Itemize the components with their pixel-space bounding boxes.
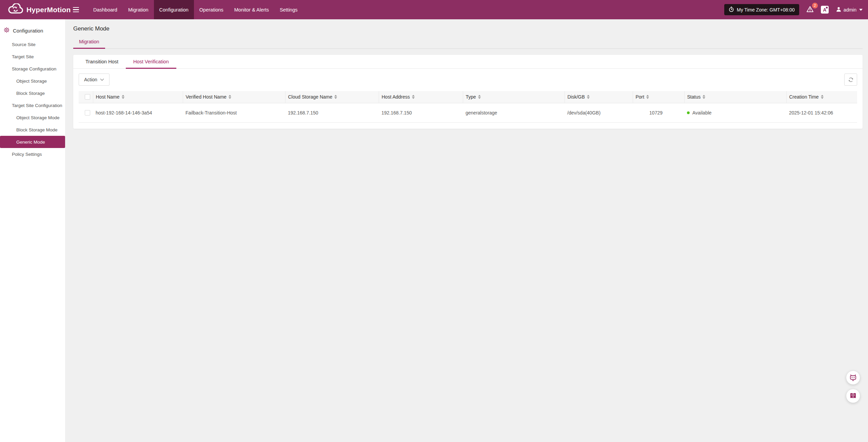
chevron-down-icon	[100, 78, 104, 81]
column-label: Status	[687, 94, 701, 100]
nav-dashboard[interactable]: Dashboard	[88, 0, 123, 19]
gear-icon	[3, 27, 10, 34]
sidebar-item-object-storage-mode[interactable]: Object Storage Mode	[0, 111, 65, 124]
column-label: Type	[466, 94, 476, 100]
username-label: admin	[844, 7, 856, 13]
notification-badge: 2	[812, 3, 818, 8]
column-header-disk-gb[interactable]: Disk/GB	[565, 91, 633, 103]
nav-settings[interactable]: Settings	[274, 0, 303, 19]
sidebar-item-object-storage[interactable]: Object Storage	[0, 75, 65, 87]
sidebar-item-block-storage[interactable]: Block Storage	[0, 87, 65, 99]
topbar-right: My Time Zone: GMT+08:00 2 A admin	[724, 0, 868, 19]
sort-icon[interactable]	[478, 95, 481, 99]
cell-disk-gb: /dev/sda(40GB)	[565, 103, 633, 122]
sidebar-header-label: Configuration	[13, 28, 43, 34]
brand: HyperMotion	[0, 0, 70, 19]
host-table: Host Name Verified Host Name Cloud Stora…	[79, 91, 857, 123]
sidebar-item-source-site[interactable]: Source Site	[0, 38, 65, 50]
host-card: Transition Host Host Verification Action	[73, 55, 863, 129]
cloud-logo-icon	[7, 3, 23, 16]
cell-host-address: 192.168.7.150	[379, 103, 463, 122]
column-label: Cloud Storage Name	[288, 94, 333, 100]
card-tabs: Transition Host Host Verification	[73, 55, 863, 69]
table-row: host-192-168-14-146-3a54 Failback-Transi…	[79, 103, 857, 122]
refresh-button[interactable]	[844, 73, 857, 86]
sort-icon[interactable]	[646, 95, 649, 99]
clock-icon	[729, 6, 734, 13]
user-menu[interactable]: admin	[836, 6, 863, 13]
refresh-icon	[848, 77, 854, 83]
column-header-host-address[interactable]: Host Address	[379, 91, 463, 103]
column-header-type[interactable]: Type	[463, 91, 565, 103]
sidebar: Configuration Source Site Target Site St…	[0, 19, 65, 442]
column-label: Host Address	[382, 94, 410, 100]
nav-monitor-alerts[interactable]: Monitor & Alerts	[229, 0, 274, 19]
row-checkbox-cell	[79, 103, 93, 122]
row-checkbox[interactable]	[85, 110, 90, 115]
sort-icon[interactable]	[412, 95, 415, 99]
toolbar: Action	[73, 69, 863, 91]
hamburger-menu-icon[interactable]	[70, 0, 82, 19]
floating-buttons	[846, 371, 860, 403]
column-header-status[interactable]: Status	[684, 91, 786, 103]
nav-operations[interactable]: Operations	[194, 0, 229, 19]
sort-icon[interactable]	[122, 95, 124, 99]
alerts-button[interactable]: 2	[806, 6, 814, 14]
cell-port: 10729	[633, 103, 684, 122]
header-checkbox-cell	[79, 91, 93, 103]
column-header-port[interactable]: Port	[633, 91, 684, 103]
status-dot	[687, 111, 690, 114]
nav-migration[interactable]: Migration	[123, 0, 154, 19]
action-dropdown-button[interactable]: Action	[79, 73, 110, 86]
cell-status: Available	[684, 103, 786, 122]
timezone-label: My Time Zone: GMT+08:00	[737, 7, 795, 13]
brand-name: HyperMotion	[26, 6, 71, 14]
cell-verified-host-name: Failback-Transition-Host	[183, 103, 285, 122]
table-header-row: Host Name Verified Host Name Cloud Stora…	[79, 91, 857, 103]
timezone-pill[interactable]: My Time Zone: GMT+08:00	[724, 4, 799, 15]
caret-down-icon	[859, 9, 863, 11]
book-icon	[849, 392, 857, 400]
column-label: Creation Time	[789, 94, 819, 100]
sort-icon[interactable]	[821, 95, 824, 99]
column-header-cloud-storage-name[interactable]: Cloud Storage Name	[285, 91, 379, 103]
sidebar-header: Configuration	[0, 24, 65, 38]
sort-icon[interactable]	[229, 95, 231, 99]
column-header-creation-time[interactable]: Creation Time	[786, 91, 857, 103]
sidebar-item-block-storage-mode[interactable]: Block Storage Mode	[0, 124, 65, 136]
sidebar-item-generic-mode[interactable]: Generic Mode	[0, 136, 65, 148]
sidebar-item-target-site-configuration[interactable]: Target Site Configuration	[0, 99, 65, 111]
user-icon	[836, 6, 842, 13]
column-header-verified-host-name[interactable]: Verified Host Name	[183, 91, 285, 103]
robot-icon	[849, 374, 857, 382]
main-content: Generic Mode Migration Transition Host H…	[65, 19, 868, 442]
status-badge: Available	[692, 110, 712, 115]
tab-migration[interactable]: Migration	[73, 37, 105, 49]
select-all-checkbox[interactable]	[85, 94, 90, 100]
cell-type: generalstorage	[463, 103, 565, 122]
cell-creation-time: 2025-12-01 15:42:06	[786, 103, 857, 122]
top-navigation: Dashboard Migration Configuration Operat…	[88, 0, 303, 19]
ai-assistant-button[interactable]	[846, 371, 860, 384]
nav-configuration[interactable]: Configuration	[154, 0, 194, 19]
column-label: Port	[636, 94, 645, 100]
documentation-button[interactable]	[846, 389, 860, 403]
sidebar-item-target-site[interactable]: Target Site	[0, 50, 65, 63]
page-tabs: Migration	[73, 37, 863, 49]
column-label: Verified Host Name	[186, 94, 227, 100]
sort-icon[interactable]	[587, 95, 590, 99]
sidebar-item-policy-settings[interactable]: Policy Settings	[0, 148, 65, 160]
tab-host-verification[interactable]: Host Verification	[126, 55, 176, 69]
cell-host-name: host-192-168-14-146-3a54	[93, 103, 183, 122]
sidebar-item-storage-configuration[interactable]: Storage Configuration	[0, 63, 65, 75]
column-label: Host Name	[96, 94, 120, 100]
page-title: Generic Mode	[73, 25, 863, 32]
top-bar: HyperMotion Dashboard Migration Configur…	[0, 0, 868, 19]
language-switch-icon[interactable]: A	[821, 6, 829, 14]
sort-icon[interactable]	[334, 95, 337, 99]
tab-transition-host[interactable]: Transition Host	[78, 55, 126, 69]
sort-icon[interactable]	[703, 95, 705, 99]
cell-cloud-storage-name: 192.168.7.150	[285, 103, 379, 122]
action-button-label: Action	[84, 77, 97, 82]
column-header-host-name[interactable]: Host Name	[93, 91, 183, 103]
